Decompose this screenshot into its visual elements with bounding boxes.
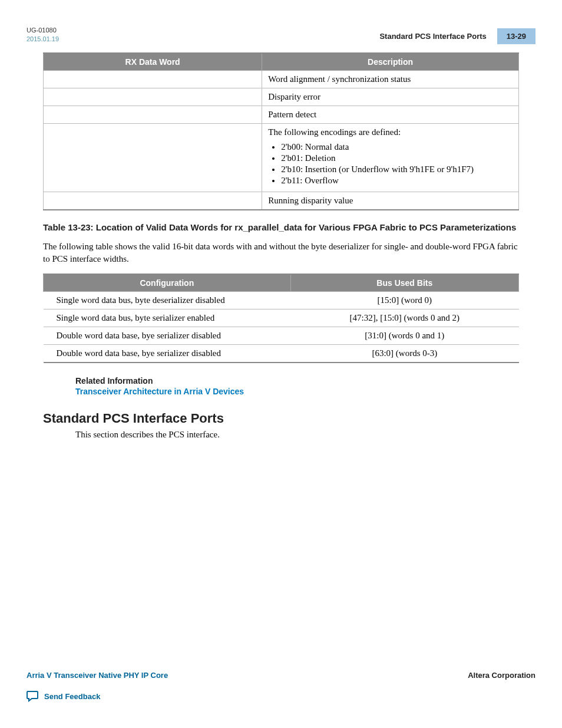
cell-config: Single word data bus, byte serializer en… [44,309,291,327]
table-row: Double word data base, bye serializer di… [44,327,519,344]
cell-config: Double word data base, bye serializer di… [44,344,291,363]
cell: Disparity error [262,88,519,106]
cell: The following encodings are defined: 2'b… [262,123,519,192]
list-item: 2'b11: Overflow [281,176,513,186]
send-feedback-link[interactable]: Send Feedback [44,692,100,701]
table2-header-config: Configuration [44,274,291,292]
related-link[interactable]: Transceiver Architecture in Arria V Devi… [75,387,244,396]
table2-caption: Table 13-23: Location of Valid Data Word… [43,222,519,232]
cell-bits: [63:0] (words 0-3) [290,344,518,363]
rx-data-word-table: RX Data Word Description Word alignment … [43,52,519,210]
encodings-list: 2'b00: Normal data 2'b01: Deletion 2'b10… [281,142,513,186]
table-row: Double word data base, bye serializer di… [44,344,519,363]
comment-icon [27,690,39,702]
table-row: Word alignment / synchronization status [44,70,519,88]
cell [44,123,262,192]
doc-date: 2015.01.19 [27,35,59,44]
cell [44,70,262,88]
list-item: 2'b10: Insertion (or Underflow with 9'h1… [281,164,513,174]
cell: Word alignment / synchronization status [262,70,519,88]
configuration-table: Configuration Bus Used Bits Single word … [43,274,519,363]
header-section-title: Standard PCS Interface Ports [379,32,486,41]
table-row: Pattern detect [44,106,519,123]
cell-bits: [31:0] (words 0 and 1) [290,327,518,344]
send-feedback[interactable]: Send Feedback [27,690,535,702]
section-body: This section describes the PCS interface… [75,430,519,440]
cell [44,88,262,106]
table-row: Single word data bus, byte serializer en… [44,309,519,327]
cell [44,106,262,123]
page-header: UG-01080 2015.01.19 Standard PCS Interfa… [27,26,535,44]
footer-left: Arria V Transceiver Native PHY IP Core [27,671,168,680]
page-number: 13-29 [497,28,535,44]
cell-bits: [47:32], [15:0] (words 0 and 2) [290,309,518,327]
cell-config: Single word data bus, byte deserializer … [44,291,291,309]
related-information: Related Information Transceiver Architec… [75,376,519,397]
cell-bits: [15:0] (word 0) [290,291,518,309]
encodings-intro: The following encodings are defined: [268,127,513,137]
page-footer: Arria V Transceiver Native PHY IP Core A… [27,671,535,702]
cell-config: Double word data base, bye serializer di… [44,327,291,344]
cell: Pattern detect [262,106,519,123]
doc-id: UG-01080 [27,26,59,35]
table2-intro: The following table shows the valid 16-b… [43,241,519,265]
table-row: Disparity error [44,88,519,106]
table1-header-col2: Description [262,53,519,71]
table-row: The following encodings are defined: 2'b… [44,123,519,192]
table-row: Single word data bus, byte deserializer … [44,291,519,309]
table2-header-bits: Bus Used Bits [290,274,518,292]
table-row: Running disparity value [44,192,519,210]
related-heading: Related Information [75,376,519,386]
header-right: Standard PCS Interface Ports 13-29 [379,28,535,44]
list-item: 2'b00: Normal data [281,142,513,152]
cell [44,192,262,210]
doc-id-block: UG-01080 2015.01.19 [27,26,59,44]
footer-right: Altera Corporation [468,671,535,680]
cell: Running disparity value [262,192,519,210]
list-item: 2'b01: Deletion [281,153,513,163]
section-heading: Standard PCS Interface Ports [43,411,519,426]
table1-header-col1: RX Data Word [44,53,262,71]
